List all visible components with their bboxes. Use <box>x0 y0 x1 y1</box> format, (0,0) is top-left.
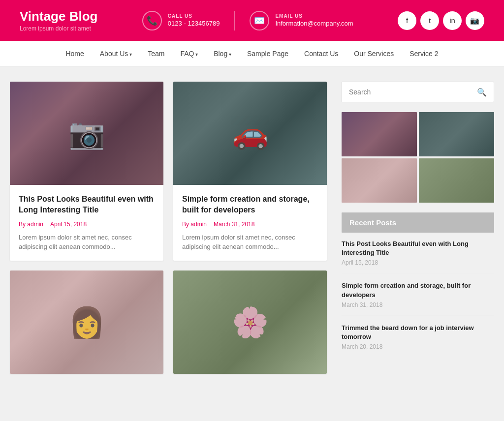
post-author: By admin <box>182 221 207 228</box>
post-card: This Post Looks Beautiful even with Long… <box>10 82 163 261</box>
email-icon: ✉️ <box>250 11 269 30</box>
sidebar: 🔍 Recent Posts This Post Looks Beautiful… <box>342 82 494 374</box>
post-meta: By admin March 31, 2018 <box>182 221 318 228</box>
thumb-car[interactable] <box>419 112 494 156</box>
post-image-camera <box>10 82 163 185</box>
post-card <box>173 271 327 374</box>
recent-post-date: March 31, 2018 <box>342 301 494 308</box>
recent-post-title[interactable]: Simple form creation and storage, built … <box>342 281 494 299</box>
nav-item-service2[interactable]: Service 2 <box>402 41 446 66</box>
post-title[interactable]: This Post Looks Beautiful even with Long… <box>19 194 155 216</box>
nav-item-team[interactable]: Team <box>140 41 172 66</box>
nav-item-blog[interactable]: Blog <box>206 41 239 66</box>
nav-item-contact[interactable]: Contact Us <box>296 41 346 66</box>
logo-tagline: Lorem ipsum dolor sit amet <box>20 25 97 32</box>
linkedin-icon[interactable]: in <box>443 11 462 30</box>
site-logo: Vintage Blog Lorem ipsum dolor sit amet <box>20 9 97 32</box>
post-image-flowers <box>173 271 327 374</box>
nav-item-services[interactable]: Our Services <box>346 41 402 66</box>
nav-item-faq[interactable]: FAQ <box>172 41 206 66</box>
recent-post-item: Trimmed the beard down for a job intervi… <box>342 324 494 357</box>
header-divider <box>234 11 235 30</box>
post-card <box>10 271 163 374</box>
post-image-car <box>173 82 327 185</box>
nav-item-home[interactable]: Home <box>58 41 92 66</box>
page-wrap: This Post Looks Beautiful even with Long… <box>0 82 504 374</box>
instagram-icon[interactable]: 📷 <box>466 11 484 30</box>
facebook-icon[interactable]: f <box>398 11 416 30</box>
recent-post-date: April 15, 2018 <box>342 259 494 266</box>
search-input[interactable] <box>342 82 470 102</box>
post-image-girl <box>10 271 163 374</box>
call-label: CALL US <box>168 13 220 19</box>
email-label: EMAIL US <box>275 13 353 19</box>
post-excerpt: Lorem ipsum dolor sit amet nec, consec a… <box>182 233 318 252</box>
site-header: Vintage Blog Lorem ipsum dolor sit amet … <box>0 0 504 41</box>
call-number: 0123 - 123456789 <box>168 20 220 27</box>
twitter-icon[interactable]: t <box>420 11 439 30</box>
call-us: 📞 CALL US 0123 - 123456789 <box>142 11 220 30</box>
search-box: 🔍 <box>342 82 494 102</box>
recent-post-item: This Post Looks Beautiful even with Long… <box>342 240 494 273</box>
call-text: CALL US 0123 - 123456789 <box>168 13 220 28</box>
thumb-flowers[interactable] <box>419 158 494 203</box>
nav-item-sample[interactable]: Sample Page <box>239 41 296 66</box>
post-date: April 15, 2018 <box>50 221 87 228</box>
post-author: By admin <box>19 221 43 228</box>
recent-post-title[interactable]: This Post Looks Beautiful even with Long… <box>342 240 494 257</box>
nav-item-about[interactable]: About Us <box>92 41 140 66</box>
main-nav: Home About Us Team FAQ Blog Sample Page … <box>0 41 504 67</box>
email-address: Information@company.com <box>275 20 353 27</box>
header-contact: 📞 CALL US 0123 - 123456789 ✉️ EMAIL US I… <box>142 11 353 30</box>
recent-posts-title: Recent Posts <box>342 212 494 233</box>
recent-post-date: March 20, 2018 <box>342 343 494 350</box>
email-us: ✉️ EMAIL US Information@company.com <box>250 11 353 30</box>
phone-icon: 📞 <box>142 11 162 30</box>
posts-area: This Post Looks Beautiful even with Long… <box>10 82 327 374</box>
post-excerpt: Lorem ipsum dolor sit amet nec, consec a… <box>19 233 155 252</box>
thumb-girl[interactable] <box>342 158 417 203</box>
post-body: This Post Looks Beautiful even with Long… <box>10 185 163 261</box>
post-card: Simple form creation and storage, built … <box>173 82 327 261</box>
recent-post-item: Simple form creation and storage, built … <box>342 281 494 315</box>
post-title[interactable]: Simple form creation and storage, built … <box>182 194 318 216</box>
thumb-camera[interactable] <box>342 112 417 156</box>
post-meta: By admin April 15, 2018 <box>19 221 155 228</box>
logo-title: Vintage Blog <box>20 9 97 24</box>
recent-post-title[interactable]: Trimmed the beard down for a job intervi… <box>342 324 494 341</box>
sidebar-thumb-grid <box>342 112 494 203</box>
post-body: Simple form creation and storage, built … <box>173 185 327 261</box>
social-links: f t in 📷 <box>398 11 484 30</box>
posts-grid: This Post Looks Beautiful even with Long… <box>10 82 327 374</box>
post-date: March 31, 2018 <box>214 221 254 228</box>
email-text: EMAIL US Information@company.com <box>275 13 353 28</box>
search-button[interactable]: 🔍 <box>470 83 494 102</box>
